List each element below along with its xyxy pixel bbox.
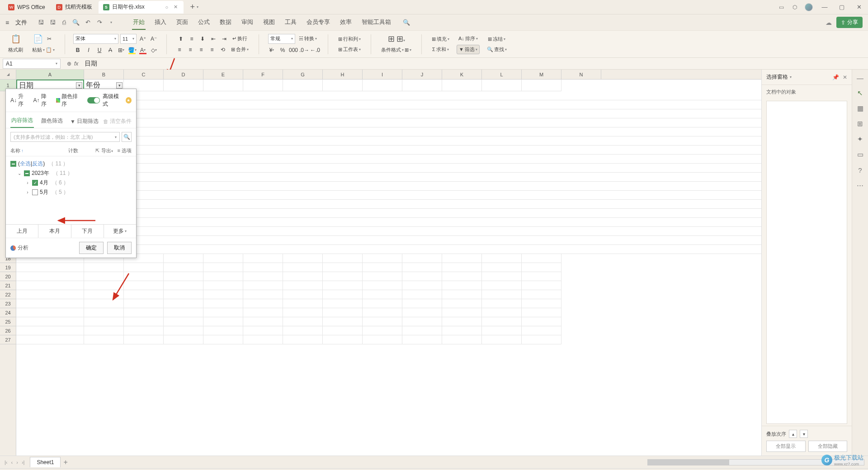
cell[interactable] xyxy=(124,299,164,308)
cell[interactable] xyxy=(442,317,482,326)
cell[interactable] xyxy=(16,308,84,317)
menu-tab-smart[interactable]: 智能工具箱 xyxy=(361,15,392,30)
align-center-icon[interactable]: ≡ xyxy=(186,45,195,54)
cell[interactable] xyxy=(482,326,522,335)
cell[interactable] xyxy=(482,290,522,299)
cell[interactable] xyxy=(164,80,203,91)
cell[interactable] xyxy=(323,299,363,308)
side-help-icon[interactable]: ? xyxy=(856,165,865,174)
cell[interactable] xyxy=(203,281,243,290)
analyze-button[interactable]: 分析 xyxy=(10,244,28,252)
cell[interactable] xyxy=(16,290,84,299)
cell[interactable] xyxy=(482,317,522,326)
close-button[interactable]: ✕ xyxy=(854,4,864,10)
col-header-J[interactable]: J xyxy=(402,70,442,79)
ok-button[interactable]: 确定 xyxy=(79,242,104,254)
panel-close-icon[interactable]: ✕ xyxy=(843,74,847,80)
fill-button[interactable]: ⊞ 填充▾ xyxy=(430,35,451,43)
clear-format-button[interactable]: ◇▾ xyxy=(149,46,158,55)
worksheet-button[interactable]: ⊞ 工作表▾ xyxy=(336,45,363,54)
align-left-icon[interactable]: ≡ xyxy=(175,45,184,54)
cell[interactable] xyxy=(243,80,283,91)
year-checkbox[interactable] xyxy=(24,170,30,176)
show-all-button[interactable]: 全部显示 xyxy=(766,441,806,452)
invert-link[interactable]: 反选 xyxy=(32,160,43,167)
filter-button[interactable]: ▼ 筛选▾ xyxy=(457,45,480,54)
cell[interactable] xyxy=(16,272,84,281)
cell[interactable] xyxy=(243,335,283,344)
cell[interactable] xyxy=(16,317,84,326)
cell[interactable] xyxy=(283,254,323,263)
cell[interactable] xyxy=(124,317,164,326)
side-screen-icon[interactable]: ▭ xyxy=(856,150,865,159)
clear-filter-button[interactable]: 🗑 清空条件 xyxy=(103,118,132,125)
cell[interactable] xyxy=(402,308,442,317)
side-chart-icon[interactable]: ✦ xyxy=(856,135,865,144)
cell[interactable] xyxy=(243,290,283,299)
menu-tab-view[interactable]: 视图 xyxy=(262,15,276,30)
cell[interactable] xyxy=(84,308,124,317)
cell[interactable] xyxy=(84,299,124,308)
col-header-M[interactable]: M xyxy=(522,70,561,79)
menu-tab-data[interactable]: 数据 xyxy=(219,15,232,30)
cell[interactable] xyxy=(283,80,323,91)
cell[interactable] xyxy=(124,281,164,290)
cell[interactable] xyxy=(363,317,402,326)
cell[interactable] xyxy=(283,317,323,326)
cell[interactable] xyxy=(363,281,402,290)
menu-tab-tools[interactable]: 工具 xyxy=(284,15,297,30)
cell[interactable] xyxy=(124,326,164,335)
cell[interactable] xyxy=(164,326,203,335)
cut-icon[interactable]: ✂ xyxy=(45,34,54,43)
preview-icon[interactable]: 🔍 xyxy=(72,19,80,26)
cell[interactable] xyxy=(482,272,522,281)
this-month-button[interactable]: 本月 xyxy=(38,225,71,238)
color-sort-button[interactable]: 颜色排序 xyxy=(56,93,82,108)
cell[interactable] xyxy=(522,272,561,281)
maximize-button[interactable]: ▢ xyxy=(836,4,847,10)
number-format-select[interactable]: 常规▾ xyxy=(268,34,295,44)
cell[interactable] xyxy=(363,80,402,91)
cell[interactable] xyxy=(482,299,522,308)
sum-button[interactable]: Σ 求和▾ xyxy=(430,45,451,54)
reader-icon[interactable]: ▭ xyxy=(778,4,785,11)
month5-checkbox[interactable] xyxy=(32,189,38,195)
tab-wps-home[interactable]: W WPS Office xyxy=(4,1,50,14)
expand-year[interactable]: ⌄ xyxy=(17,171,22,176)
col-header-L[interactable]: L xyxy=(482,70,522,79)
cell[interactable] xyxy=(522,299,561,308)
cell[interactable] xyxy=(243,299,283,308)
filter-dropdown-B1[interactable]: ▾ xyxy=(116,82,123,89)
add-sheet-button[interactable]: + xyxy=(63,458,67,466)
increase-font-icon[interactable]: A⁺ xyxy=(138,34,147,43)
menu-tab-page[interactable]: 页面 xyxy=(175,15,189,30)
cell[interactable] xyxy=(402,263,442,272)
select-all-corner[interactable]: ◢ xyxy=(0,70,16,79)
cell[interactable] xyxy=(442,254,482,263)
cell[interactable] xyxy=(522,317,561,326)
side-style-icon[interactable]: ▦ xyxy=(856,104,865,113)
cell[interactable] xyxy=(243,272,283,281)
side-select-icon[interactable]: ↖ xyxy=(856,89,865,98)
cell[interactable] xyxy=(402,272,442,281)
cell[interactable] xyxy=(203,326,243,335)
cell[interactable] xyxy=(283,299,323,308)
quick-more-icon[interactable]: ▾ xyxy=(108,19,115,26)
cell[interactable] xyxy=(442,335,482,344)
select-all-link[interactable]: 全选 xyxy=(20,160,31,167)
share-button[interactable]: ⇪ 分享 xyxy=(836,17,863,28)
cell[interactable] xyxy=(124,290,164,299)
col-header-N[interactable]: N xyxy=(561,70,601,79)
cell[interactable] xyxy=(84,272,124,281)
hide-all-button[interactable]: 全部隐藏 xyxy=(808,441,848,452)
cell[interactable] xyxy=(522,308,561,317)
cell[interactable] xyxy=(283,290,323,299)
options-button[interactable]: ≡ 选项 xyxy=(118,147,132,154)
tab-menu-icon[interactable]: ○ xyxy=(164,4,170,10)
cell[interactable] xyxy=(283,263,323,272)
nav-last-icon[interactable]: ›| xyxy=(21,460,26,465)
cell[interactable] xyxy=(16,335,84,344)
cell[interactable] xyxy=(243,326,283,335)
print-icon[interactable]: ⎙ xyxy=(61,19,68,26)
cell[interactable] xyxy=(402,317,442,326)
